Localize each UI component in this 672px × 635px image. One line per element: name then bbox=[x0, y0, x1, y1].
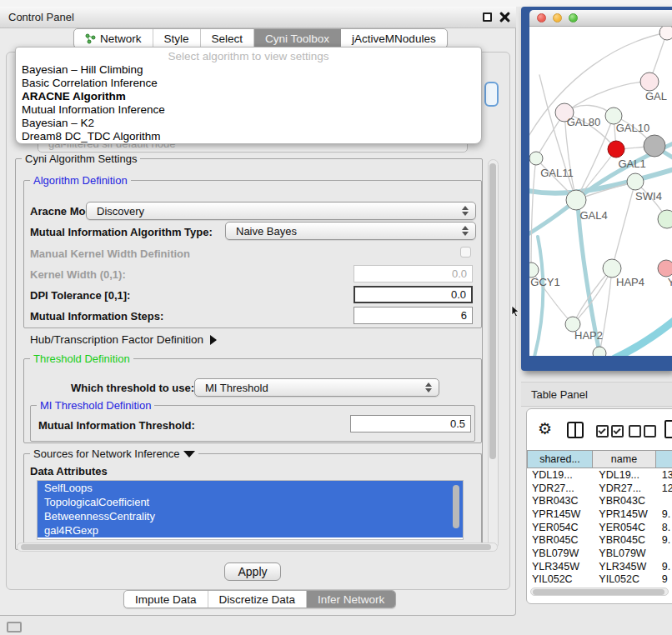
scrollbar-thumb[interactable] bbox=[21, 544, 491, 550]
network-node[interactable] bbox=[659, 27, 672, 40]
network-node[interactable] bbox=[658, 210, 672, 228]
table-row[interactable]: YDR27...YDR27...12 bbox=[527, 482, 672, 495]
columns-icon[interactable] bbox=[567, 422, 584, 438]
collapse-arrow-icon[interactable] bbox=[183, 451, 195, 458]
aracne-mode-combo[interactable]: Discovery bbox=[86, 202, 476, 220]
threshold-definition-title: Threshold Definition bbox=[30, 352, 133, 365]
mac-close-button[interactable] bbox=[537, 13, 546, 22]
mi-algorithm-type-combo[interactable]: Naive Bayes bbox=[225, 222, 476, 240]
network-node[interactable] bbox=[640, 72, 659, 91]
hub-definition-label: Hub/Transcription Factor Definition bbox=[30, 333, 203, 346]
float-window-icon[interactable] bbox=[483, 12, 492, 22]
network-node[interactable] bbox=[658, 260, 672, 277]
kernel-width-field[interactable] bbox=[354, 265, 473, 282]
kernel-width-label: Kernel Width (0,1): bbox=[30, 268, 126, 281]
network-node[interactable] bbox=[529, 152, 543, 165]
scrollbar-thumb[interactable] bbox=[533, 589, 664, 595]
column-header-name[interactable]: name bbox=[593, 450, 656, 468]
tab-network[interactable]: Network bbox=[74, 29, 153, 48]
scrollbar-thumb[interactable] bbox=[489, 163, 496, 459]
table-row[interactable]: YDL19...YDL19...13 bbox=[527, 468, 672, 482]
dropdown-item[interactable]: Basic Correlation Inference bbox=[16, 77, 481, 90]
tab-impute-data[interactable]: Impute Data bbox=[124, 591, 208, 608]
mi-threshold-field[interactable] bbox=[350, 415, 471, 432]
table-cell: YIL052C bbox=[594, 573, 659, 585]
column-header-partial[interactable] bbox=[656, 450, 672, 468]
close-icon[interactable] bbox=[499, 12, 510, 22]
dpi-tolerance-field[interactable] bbox=[354, 286, 473, 303]
network-node[interactable] bbox=[603, 259, 621, 278]
attribute-list-scrollbar[interactable] bbox=[452, 483, 460, 537]
table-horizontal-scrollbar[interactable] bbox=[530, 588, 669, 596]
table-row[interactable]: YBR045CYBR045C9. bbox=[527, 533, 672, 547]
tab-style[interactable]: Style bbox=[153, 29, 201, 48]
settings-vertical-scrollbar[interactable] bbox=[488, 159, 499, 549]
network-window-titlebar[interactable] bbox=[529, 10, 672, 27]
network-node[interactable] bbox=[608, 141, 624, 158]
combo-stepper-icon bbox=[462, 206, 469, 216]
mac-zoom-button[interactable] bbox=[569, 13, 578, 22]
network-edge bbox=[614, 318, 672, 356]
table-cell: 9. bbox=[659, 508, 672, 520]
attribute-item[interactable]: SelfLoops bbox=[38, 481, 463, 495]
document-icon[interactable] bbox=[664, 420, 672, 438]
gear-icon[interactable]: ⚙ bbox=[538, 421, 552, 437]
expand-arrow-icon[interactable] bbox=[210, 335, 217, 345]
tab-cyni-toolbox[interactable]: Cyni Toolbox bbox=[254, 29, 341, 48]
dropdown-item[interactable]: Bayesian – Hill Climbing bbox=[16, 63, 481, 77]
network-node[interactable] bbox=[644, 135, 665, 157]
dropdown-item[interactable]: Mutual Information Inference bbox=[16, 103, 481, 117]
which-threshold-combo[interactable]: MI Threshold bbox=[194, 378, 439, 397]
mi-steps-field[interactable] bbox=[354, 307, 473, 324]
table-row[interactable]: YPR145WYPR145W9. bbox=[527, 508, 672, 521]
table-row[interactable]: YBL079WYBL079W bbox=[527, 547, 672, 560]
scrollbar-thumb[interactable] bbox=[453, 485, 459, 528]
tab-jactivemnodules[interactable]: jActiveMNodules bbox=[341, 29, 447, 48]
node-label: GAL bbox=[645, 90, 667, 102]
dropdown-item[interactable]: ARACNE Algorithm bbox=[16, 90, 481, 103]
column-header-shared[interactable]: shared... bbox=[527, 450, 593, 468]
minimized-panel-icon[interactable] bbox=[7, 622, 22, 632]
network-edge bbox=[564, 82, 649, 112]
tab-infer-network[interactable]: Infer Network bbox=[307, 591, 395, 608]
table-cell: YDR27... bbox=[527, 482, 594, 494]
tab-select[interactable]: Select bbox=[201, 29, 255, 48]
manual-kernel-width-checkbox[interactable] bbox=[460, 247, 471, 258]
table-cell: 9. bbox=[659, 534, 672, 546]
attribute-item[interactable]: BetweennessCentrality bbox=[38, 509, 463, 523]
network-edge bbox=[612, 182, 635, 268]
attribute-item[interactable]: TopologicalCoefficient bbox=[38, 495, 463, 509]
table-cell: YBR043C bbox=[594, 495, 659, 507]
network-node[interactable] bbox=[566, 190, 586, 210]
algorithm-dropdown: Select algorithm to view settings Bayesi… bbox=[15, 47, 482, 144]
settings-horizontal-scrollbar[interactable] bbox=[17, 542, 498, 552]
network-canvas[interactable]: GALGAL80GAL10GAL1GAL11GAL4SWI4GCY1HAP4YH… bbox=[529, 27, 672, 356]
network-node[interactable] bbox=[593, 347, 606, 356]
mac-minimize-button[interactable] bbox=[553, 13, 562, 22]
apply-button[interactable]: Apply bbox=[224, 562, 281, 581]
dropdown-item[interactable]: Dream8 DC_TDC Algorithm bbox=[16, 130, 481, 143]
table-row[interactable]: YLR345WYLR345W9. bbox=[527, 560, 672, 573]
aracne-mode-value: Discovery bbox=[97, 205, 144, 218]
dropdown-item[interactable]: Bayesian – K2 bbox=[16, 117, 481, 130]
attribute-item[interactable]: gal4RGexp bbox=[38, 523, 463, 538]
mi-algorithm-type-value: Naive Bayes bbox=[236, 225, 297, 238]
node-label: GAL80 bbox=[567, 116, 600, 128]
table-row[interactable]: YIL052CYIL052C9 bbox=[527, 573, 672, 587]
desktop-top-strip bbox=[0, 0, 672, 7]
table-panel-title: Table Panel bbox=[531, 388, 588, 401]
table-row[interactable]: YBR043CYBR043C bbox=[527, 494, 672, 508]
table-cell: 8. bbox=[659, 522, 672, 533]
table-cell: YDR27... bbox=[594, 482, 659, 494]
mi-threshold-group-title: MI Threshold Definition bbox=[37, 399, 154, 412]
hub-definition-expander[interactable]: Hub/Transcription Factor Definition bbox=[30, 333, 217, 346]
manual-kernel-width-label: Manual Kernel Width Definition bbox=[30, 248, 190, 260]
tab-discretize-data[interactable]: Discretize Data bbox=[208, 591, 308, 608]
deselect-all-icon[interactable] bbox=[629, 425, 656, 438]
network-node[interactable] bbox=[627, 173, 644, 190]
table-cell: YBR045C bbox=[527, 534, 594, 546]
table-row[interactable]: YER054CYER054C8. bbox=[527, 521, 672, 534]
data-attributes-list[interactable]: SelfLoopsTopologicalCoefficientBetweenne… bbox=[37, 480, 464, 540]
select-all-icon[interactable] bbox=[596, 425, 624, 438]
dropdown-placeholder: Select algorithm to view settings bbox=[16, 49, 481, 63]
